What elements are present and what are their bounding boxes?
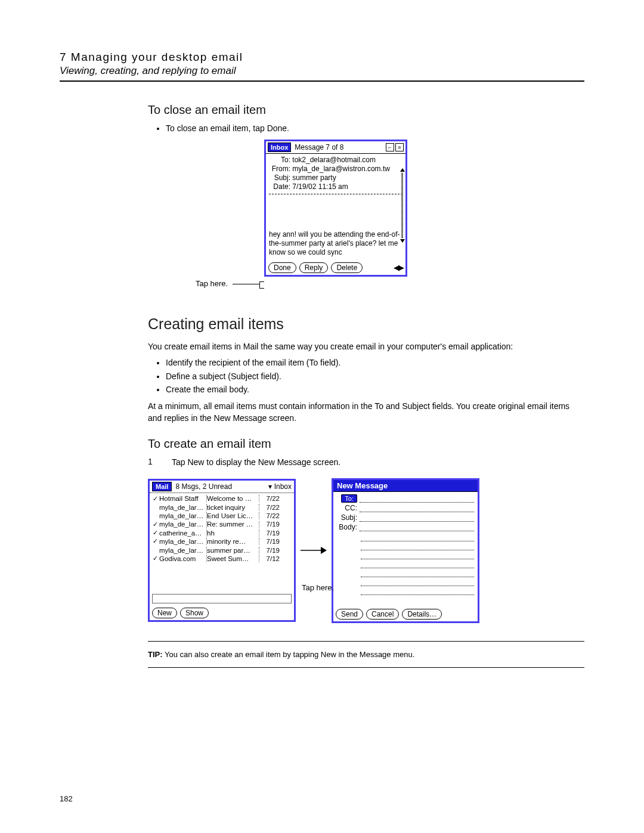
body-input-line-1[interactable] (360, 524, 474, 531)
mail-date: 7/19 (259, 546, 280, 555)
to-input[interactable] (360, 495, 474, 503)
mail-row[interactable]: myla_de_lar…End User Lic…7/22 (151, 512, 293, 520)
inbox-message-pane: Inbox Message 7 of 8 ⌐ ≡ To: tok2_delara… (264, 140, 407, 277)
mail-from: myla_de_lar… (159, 537, 206, 546)
check-icon: ✓ (151, 529, 159, 537)
to-label: To: (269, 156, 290, 165)
date-label: Date: (269, 182, 290, 191)
tip-text: You can also create an email item by tap… (165, 650, 414, 659)
mail-date: 7/12 (259, 555, 280, 563)
mail-date: 7/22 (259, 503, 280, 512)
scroll-track[interactable] (401, 173, 403, 238)
from-value: myla_de_lara@wistron.com.tw (292, 165, 390, 173)
arrow-between-icon (296, 546, 332, 555)
mail-input-spacer[interactable] (152, 594, 292, 603)
body-field-label: Body: (337, 523, 357, 531)
mail-subject: minority re… (207, 537, 258, 546)
mail-row[interactable]: ✓Godiva.comSweet Sum…7/12 (151, 555, 293, 563)
mail-subject: ticket inquiry (207, 503, 258, 512)
inbox-titlebar: Inbox Message 7 of 8 ⌐ ≡ (266, 141, 405, 154)
mail-subject: End User Lic… (207, 512, 258, 520)
body-input-area[interactable] (361, 532, 474, 595)
from-label: From: (269, 165, 290, 174)
mail-rows: ✓Hotmail StaffWelcome to …7/22myla_de_la… (150, 493, 294, 593)
check-icon: ✓ (151, 537, 159, 546)
scroll-down-icon[interactable] (400, 239, 405, 243)
mail-row[interactable]: myla_de_lar…summer par…7/19 (151, 546, 293, 555)
mail-status: 8 Msgs, 2 Unread (175, 482, 232, 491)
step-number-1: 1 (148, 457, 160, 469)
mail-date: 7/19 (259, 520, 280, 528)
mail-from: myla_de_lar… (159, 512, 206, 520)
subj-input[interactable] (360, 514, 474, 522)
tip-rule-bottom (148, 667, 584, 668)
mail-row[interactable]: myla_de_lar…ticket inquiry7/22 (151, 503, 293, 512)
new-button[interactable]: New (152, 608, 177, 618)
mail-row[interactable]: ✓myla_de_lar…minority re…7/19 (151, 537, 293, 546)
subj-value: summer party (292, 174, 336, 182)
check-icon: ✓ (151, 495, 159, 503)
inbox-badge[interactable]: Inbox (268, 143, 291, 152)
prev-icon[interactable]: ◀ (394, 263, 398, 272)
message-counter: Message 7 of 8 (295, 143, 343, 151)
mail-subject: hh (207, 529, 258, 537)
mail-from: myla_de_lar… (159, 503, 206, 512)
section-to-create-heading: To create an email item (148, 437, 584, 451)
meta-divider (269, 194, 402, 194)
scroll-up-icon[interactable] (400, 168, 405, 172)
mail-date: 7/22 (259, 512, 280, 520)
cc-label: CC: (337, 504, 357, 512)
callout-tap-here-1: Tap here. (196, 279, 228, 288)
new-message-title: New Message (333, 480, 478, 492)
mail-from: myla_de_lar… (159, 520, 206, 528)
chapter-title: Managing your desktop email (71, 51, 243, 63)
callout-leader-line (233, 284, 260, 284)
mail-date: 7/19 (259, 537, 280, 546)
mail-subject: Sweet Sum… (207, 555, 258, 563)
mail-row[interactable]: ✓catherine_a…hh7/19 (151, 529, 293, 537)
creating-after: At a minimum, all email items must conta… (148, 401, 584, 424)
subj-field-label: Subj: (337, 513, 357, 522)
mail-from: Godiva.com (159, 555, 206, 563)
mail-subject: Re: summer … (207, 520, 258, 528)
details-button[interactable]: Details… (402, 609, 442, 620)
section-creating-heading: Creating email items (148, 315, 584, 333)
creating-bullet-1: Identify the recipient of the email item… (166, 357, 584, 369)
chapter-number: 7 (60, 51, 67, 63)
cancel-button[interactable]: Cancel (366, 609, 399, 620)
callout-tap-here-2: Tap here. (302, 583, 334, 592)
scrollbar[interactable] (401, 168, 404, 243)
chapter-heading: 7 Managing your desktop email (60, 51, 584, 64)
message-body: hey ann! will you be attending the end-o… (269, 230, 402, 258)
mail-row[interactable]: ✓Hotmail StaffWelcome to …7/22 (151, 494, 293, 503)
svg-marker-1 (321, 547, 327, 554)
mail-row[interactable]: ✓myla_de_lar…Re: summer …7/19 (151, 520, 293, 528)
reply-button[interactable]: Reply (299, 262, 329, 273)
creating-intro: You create email items in Mail the same … (148, 341, 584, 353)
tip-line: TIP: You can also create an email item b… (148, 650, 584, 659)
cc-input[interactable] (360, 504, 474, 512)
date-value: 7/19/02 11:15 am (292, 182, 348, 191)
folder-name: Inbox (274, 482, 292, 491)
figure-inbox-message: Tap here. Inbox Message 7 of 8 ⌐ ≡ To: t… (160, 140, 584, 298)
done-button[interactable]: Done (268, 262, 296, 273)
folder-selector[interactable]: ▾ Inbox (268, 482, 292, 491)
step-text-1: Tap New to display the New Message scree… (172, 457, 340, 469)
mail-from: Hotmail Staff (159, 494, 206, 503)
close-bullet: To close an email item, tap Done. (166, 123, 584, 135)
titlebar-icon-2[interactable]: ≡ (395, 143, 404, 151)
mail-subject: summer par… (207, 546, 258, 555)
header-rule (60, 80, 584, 82)
mail-date: 7/22 (259, 494, 280, 503)
delete-button[interactable]: Delete (331, 262, 363, 273)
nav-arrows[interactable]: ◀▶ (394, 263, 403, 272)
show-button[interactable]: Show (180, 608, 209, 618)
next-icon[interactable]: ▶ (398, 263, 403, 272)
to-field-chip[interactable]: To: (341, 494, 357, 503)
mail-badge[interactable]: Mail (152, 482, 172, 491)
page-number: 182 (60, 794, 73, 803)
mail-subject: Welcome to … (207, 494, 258, 503)
tip-label: TIP: (148, 650, 163, 659)
send-button[interactable]: Send (336, 609, 363, 620)
titlebar-icon-1[interactable]: ⌐ (386, 143, 394, 151)
